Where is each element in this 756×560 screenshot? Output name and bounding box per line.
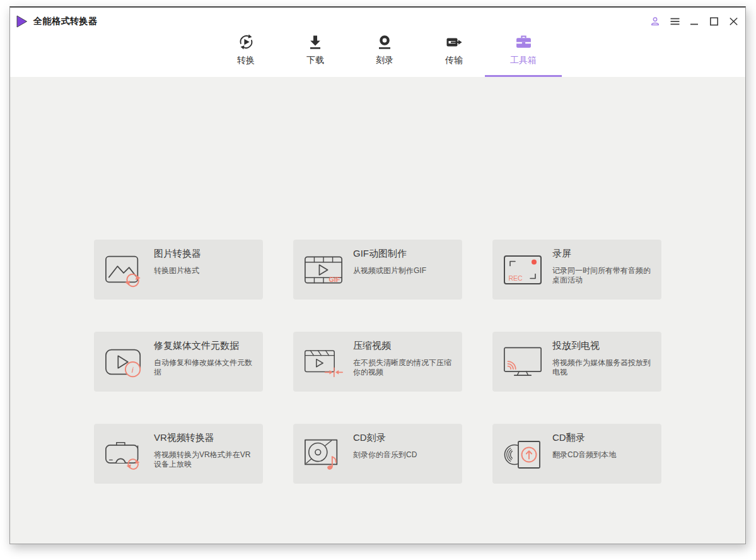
tool-desc: 从视频或图片制作GIF [353,266,455,276]
menu-icon[interactable] [669,16,680,27]
tool-desc: 在不损失清晰度的情况下压缩你的视频 [353,358,455,377]
tool-title: CD刻录 [353,432,455,444]
tab-toolbox-label: 工具箱 [510,55,537,66]
toolbox-content: 图片转换器 转换图片格式 GIF [10,77,745,544]
svg-text:GIF: GIF [329,275,340,283]
tool-title: CD翻录 [552,432,654,444]
tool-card-image-converter[interactable]: 图片转换器 转换图片格式 [94,240,263,300]
tool-title: 图片转换器 [154,248,255,260]
image-converter-icon [105,240,144,300]
tool-title: GIF动图制作 [353,248,455,260]
window-controls [649,16,739,27]
titlebar: 全能格式转换器 [10,8,745,30]
tab-transfer-label: 传输 [445,55,463,66]
close-icon[interactable] [728,16,739,27]
tab-burn-label: 刻录 [376,55,393,66]
header: 转换 下载 刻录 [10,8,745,77]
burn-icon [376,33,393,51]
download-icon [307,33,323,51]
tool-card-fix-metadata[interactable]: i 修复媒体文件元数据 自动修复和修改媒体文件元数据 [94,332,263,392]
tools-grid: 图片转换器 转换图片格式 GIF [94,240,661,484]
tool-title: 录屏 [552,248,654,260]
tool-title: 压缩视频 [353,340,455,352]
cd-rip-icon [503,424,542,484]
minimize-icon[interactable] [689,16,700,27]
app-title: 全能格式转换器 [33,16,98,27]
tool-card-vr-converter[interactable]: VR视频转换器 将视频转换为VR格式并在VR设备上放映 [94,424,263,484]
maximize-icon[interactable] [708,16,719,27]
tool-card-gif-maker[interactable]: GIF GIF动图制作 从视频或图片制作GIF [293,240,462,300]
app-logo-icon [16,15,28,28]
cast-to-tv-icon [503,332,542,392]
convert-icon [238,33,255,51]
tab-download-label: 下载 [306,55,324,66]
tool-card-compress-video[interactable]: 压缩视频 在不损失清晰度的情况下压缩你的视频 [293,332,462,392]
tool-title: 投放到电视 [552,340,654,352]
tool-title: 修复媒体文件元数据 [154,340,255,352]
vr-converter-icon [105,424,144,484]
tool-desc: 刻录你的音乐到CD [353,450,455,460]
fix-metadata-icon: i [105,332,144,392]
tab-convert-label: 转换 [237,55,255,66]
account-icon[interactable] [649,16,661,27]
app-window: 转换 下载 刻录 [9,6,746,544]
cd-burn-icon [304,424,343,484]
svg-text:REC: REC [509,274,523,282]
tool-desc: 将视频作为媒体服务器投放到电视 [552,358,654,377]
tool-desc: 转换图片格式 [154,266,255,276]
tool-title: VR视频转换器 [154,432,255,444]
tool-card-cd-burn[interactable]: CD刻录 刻录你的音乐到CD [293,424,462,484]
transfer-icon [446,33,463,51]
tool-card-cast-to-tv[interactable]: 投放到电视 将视频作为媒体服务器投放到电视 [492,332,661,392]
tool-desc: 翻录CD音频到本地 [552,450,654,460]
tool-desc: 自动修复和修改媒体文件元数据 [154,358,255,377]
compress-video-icon [304,332,343,392]
tool-card-screen-recorder[interactable]: REC 录屏 记录同一时间所有带有音频的桌面活动 [492,240,661,300]
tool-card-cd-rip[interactable]: CD翻录 翻录CD音频到本地 [492,424,661,484]
tool-desc: 记录同一时间所有带有音频的桌面活动 [552,266,654,285]
screen-recorder-icon: REC [503,240,542,300]
tool-desc: 将视频转换为VR格式并在VR设备上放映 [154,450,255,469]
gif-maker-icon: GIF [304,240,343,300]
toolbox-icon [515,33,532,51]
